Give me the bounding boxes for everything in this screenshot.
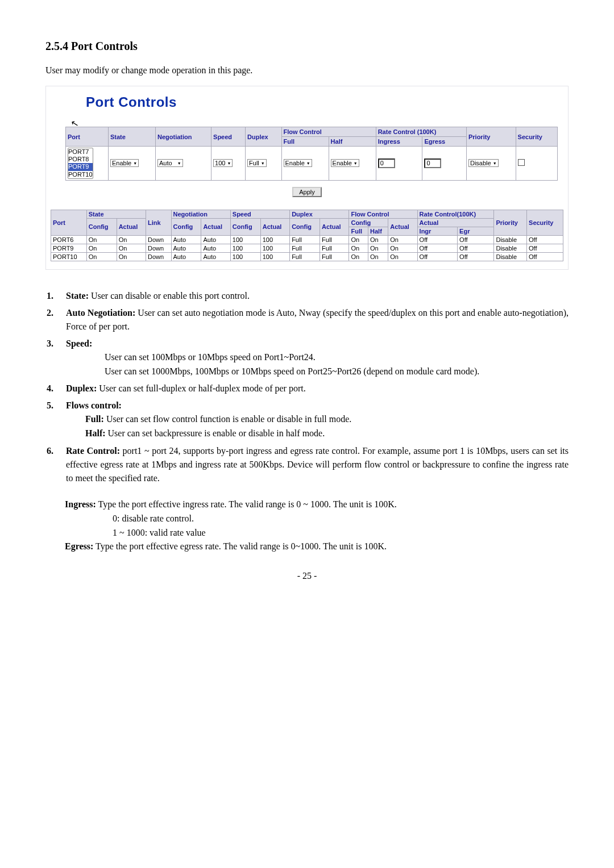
table-cell: Full bbox=[290, 252, 320, 261]
table-cell: On bbox=[117, 244, 146, 252]
apply-button[interactable]: Apply bbox=[292, 187, 322, 197]
port-select[interactable]: PORT7 PORT8 PORT9 PORT10 bbox=[68, 148, 93, 179]
th-actual: Actual bbox=[388, 218, 417, 235]
list-item: Rate Control: port1 ~ port 24, supports … bbox=[47, 444, 569, 485]
table-cell: Off bbox=[527, 244, 563, 252]
speed-line1: User can set 100Mbps or 10Mbps speed on … bbox=[105, 350, 569, 365]
th-config: Config bbox=[349, 218, 388, 227]
ingress-sub2: 1 ~ 1000: valid rate value bbox=[113, 526, 569, 540]
port-controls-panel: Port Controls ↖ Port State Negotiation S… bbox=[45, 86, 569, 270]
table-cell: Auto bbox=[201, 235, 230, 244]
table-cell: Disable bbox=[494, 244, 527, 252]
list-item: Duplex: User can set full-duplex or half… bbox=[47, 382, 569, 395]
th-negotiation: Negotiation bbox=[171, 210, 230, 218]
th-security: Security bbox=[516, 127, 557, 147]
th-config: Config bbox=[86, 218, 117, 235]
flow-half-dropdown[interactable]: Enable▼ bbox=[331, 159, 359, 167]
port-option[interactable]: PORT10 bbox=[68, 171, 93, 178]
th-state: State bbox=[108, 127, 155, 147]
list-item: State: User can disable or enable this p… bbox=[47, 289, 569, 303]
table-cell: Full bbox=[290, 244, 320, 252]
table-cell: Down bbox=[146, 252, 171, 261]
th-half: Half bbox=[329, 137, 376, 147]
table-cell: Off bbox=[458, 252, 494, 261]
th-port: Port bbox=[51, 210, 87, 235]
th-full: Full bbox=[349, 227, 368, 235]
table-cell: 100 bbox=[260, 235, 289, 244]
table-cell: On bbox=[368, 252, 388, 261]
table-cell: On bbox=[368, 235, 388, 244]
ingress-input[interactable] bbox=[378, 158, 395, 168]
th-actual: Actual bbox=[320, 218, 349, 235]
state-dropdown[interactable]: Enable▼ bbox=[110, 159, 139, 167]
table-cell: 100 bbox=[230, 252, 260, 261]
port-option[interactable]: PORT9 bbox=[68, 163, 93, 170]
th-config: Config bbox=[171, 218, 201, 235]
th-negotiation: Negotiation bbox=[156, 127, 211, 147]
th-egr: Egr bbox=[458, 227, 494, 235]
chevron-down-icon: ▼ bbox=[227, 161, 231, 165]
table-row: PORT9OnOnDownAutoAuto100100FullFullOnOnO… bbox=[51, 244, 563, 252]
flows-half: Half: User can set backpressure is enabl… bbox=[85, 427, 569, 441]
ingress-sub1: 0: disable rate control. bbox=[113, 512, 569, 526]
page-number: - 25 - bbox=[45, 571, 569, 581]
duplex-dropdown[interactable]: Full▼ bbox=[247, 159, 267, 167]
flows-full: Full: User can set flow control function… bbox=[85, 412, 569, 427]
th-rate: Rate Control (100K) bbox=[376, 127, 466, 137]
th-duplex: Duplex bbox=[246, 127, 281, 147]
table-cell: 100 bbox=[260, 244, 289, 252]
th-actual: Actual bbox=[260, 218, 289, 235]
table-cell: Disable bbox=[494, 252, 527, 261]
table-cell: On bbox=[349, 244, 368, 252]
th-speed: Speed bbox=[230, 210, 289, 218]
th-priority: Priority bbox=[466, 127, 516, 147]
table-cell: On bbox=[349, 252, 368, 261]
table-cell: Full bbox=[320, 244, 349, 252]
table-row: PORT10OnOnDownAutoAuto100100FullFullOnOn… bbox=[51, 252, 563, 261]
chevron-down-icon: ▼ bbox=[133, 161, 137, 165]
table-cell: Auto bbox=[171, 235, 201, 244]
table-cell: Auto bbox=[201, 252, 230, 261]
list-item: Auto Negotiation: User can set auto nego… bbox=[47, 306, 569, 333]
cursor-icon: ↖ bbox=[70, 118, 80, 130]
table-cell: On bbox=[117, 252, 146, 261]
th-duplex: Duplex bbox=[290, 210, 349, 218]
table-cell: On bbox=[86, 252, 117, 261]
table-cell: Auto bbox=[171, 244, 201, 252]
table-cell: Off bbox=[417, 244, 458, 252]
th-config: Config bbox=[290, 218, 320, 235]
table-cell: 100 bbox=[260, 252, 289, 261]
list-item: Speed: User can set 100Mbps or 10Mbps sp… bbox=[47, 337, 569, 379]
port-option[interactable]: PORT7 bbox=[68, 148, 93, 156]
th-ingr: Ingr bbox=[417, 227, 458, 235]
th-actual: Actual bbox=[201, 218, 230, 235]
table-cell: Down bbox=[146, 235, 171, 244]
table-cell: On bbox=[388, 252, 417, 261]
flow-full-dropdown[interactable]: Enable▼ bbox=[284, 159, 312, 167]
section-heading: 2.5.4 Port Controls bbox=[45, 40, 569, 53]
table-cell: PORT9 bbox=[51, 244, 87, 252]
security-checkbox[interactable] bbox=[518, 159, 525, 166]
egress-input[interactable] bbox=[424, 158, 441, 168]
table-cell: Auto bbox=[201, 244, 230, 252]
ingress-line: Ingress: Type the port effective ingress… bbox=[65, 498, 569, 512]
port-list-cell[interactable]: PORT7 PORT8 PORT9 PORT10 bbox=[66, 147, 109, 181]
port-option[interactable]: PORT8 bbox=[68, 156, 93, 163]
th-rate: Rate Control(100K) bbox=[417, 210, 494, 218]
negotiation-dropdown[interactable]: Auto ▼ bbox=[157, 159, 183, 167]
egress-line: Egress: Type the port effective egress r… bbox=[65, 540, 569, 554]
table-cell: Down bbox=[146, 244, 171, 252]
table-cell: Auto bbox=[171, 252, 201, 261]
table-cell: On bbox=[86, 235, 117, 244]
table-cell: On bbox=[388, 235, 417, 244]
list-item: Flows control: Full: User can set flow c… bbox=[47, 399, 569, 441]
th-port: Port bbox=[66, 127, 109, 147]
priority-dropdown[interactable]: Disable▼ bbox=[468, 159, 499, 167]
speed-dropdown[interactable]: 100▼ bbox=[213, 159, 233, 167]
table-cell: On bbox=[117, 235, 146, 244]
table-cell: Full bbox=[320, 235, 349, 244]
table-cell: Off bbox=[458, 244, 494, 252]
chevron-down-icon: ▼ bbox=[177, 161, 181, 165]
panel-title: Port Controls bbox=[86, 94, 563, 110]
speed-line2: User can set 1000Mbps, 100Mbps or 10Mbps… bbox=[105, 365, 569, 379]
